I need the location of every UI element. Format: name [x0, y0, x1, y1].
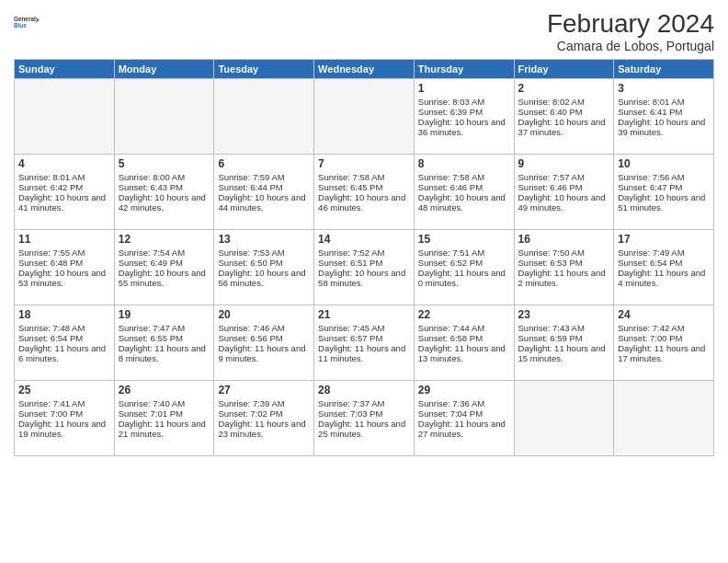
day-info: Sunrise: 7:57 AM [518, 172, 610, 182]
day-cell: 22Sunrise: 7:44 AMSunset: 6:58 PMDayligh… [414, 305, 514, 381]
day-info: Daylight: 10 hours and 39 minutes. [618, 117, 710, 137]
day-info: Daylight: 10 hours and 44 minutes. [218, 192, 310, 213]
day-info: Sunset: 6:50 PM [218, 258, 310, 268]
svg-text:Blue: Blue [14, 22, 27, 29]
day-info: Sunset: 6:58 PM [418, 333, 510, 343]
day-info: Sunset: 6:53 PM [518, 258, 610, 268]
day-info: Sunset: 6:39 PM [418, 107, 510, 117]
day-cell: 7Sunrise: 7:58 AMSunset: 6:45 PMDaylight… [314, 155, 415, 230]
day-info: Sunrise: 7:40 AM [119, 398, 210, 408]
header-cell-thursday: Thursday [414, 60, 514, 79]
day-info: Sunset: 7:04 PM [418, 408, 510, 419]
day-number: 4 [18, 157, 110, 170]
day-info: Daylight: 11 hours and 0 minutes. [418, 268, 510, 288]
day-info: Sunset: 6:59 PM [518, 333, 610, 343]
day-info: Daylight: 11 hours and 13 minutes. [418, 343, 510, 363]
day-number: 5 [119, 157, 210, 170]
main-title: February 2024 [547, 9, 714, 39]
day-number: 25 [18, 384, 110, 396]
day-number: 3 [618, 82, 710, 95]
day-info: Sunrise: 7:58 AM [318, 172, 410, 182]
day-cell: 26Sunrise: 7:40 AMSunset: 7:01 PMDayligh… [114, 381, 214, 456]
day-info: Sunset: 6:46 PM [418, 182, 510, 192]
week-row-1: 1Sunrise: 8:03 AMSunset: 6:39 PMDaylight… [15, 79, 714, 155]
day-info: Sunrise: 7:42 AM [618, 323, 710, 333]
day-info: Sunrise: 8:01 AM [18, 172, 110, 182]
day-cell: 13Sunrise: 7:53 AMSunset: 6:50 PMDayligh… [214, 230, 314, 305]
day-cell: 4Sunrise: 8:01 AMSunset: 6:42 PMDaylight… [15, 155, 115, 230]
day-info: Daylight: 10 hours and 51 minutes. [618, 192, 710, 213]
header-cell-friday: Friday [514, 60, 614, 79]
day-info: Sunrise: 7:43 AM [518, 323, 610, 333]
day-number: 14 [318, 233, 410, 246]
day-cell: 24Sunrise: 7:42 AMSunset: 7:00 PMDayligh… [614, 305, 714, 381]
day-info: Daylight: 11 hours and 9 minutes. [218, 343, 310, 363]
day-info: Sunrise: 7:44 AM [418, 323, 510, 333]
week-row-5: 25Sunrise: 7:41 AMSunset: 7:00 PMDayligh… [15, 381, 714, 456]
day-cell: 23Sunrise: 7:43 AMSunset: 6:59 PMDayligh… [514, 305, 614, 381]
day-info: Sunset: 6:45 PM [318, 182, 410, 192]
day-info: Daylight: 11 hours and 23 minutes. [218, 419, 310, 439]
day-cell: 20Sunrise: 7:46 AMSunset: 6:56 PMDayligh… [214, 305, 314, 381]
day-cell: 12Sunrise: 7:54 AMSunset: 6:49 PMDayligh… [114, 230, 214, 305]
day-info: Daylight: 10 hours and 53 minutes. [18, 268, 110, 288]
day-number: 20 [218, 308, 310, 321]
day-number: 15 [418, 233, 510, 246]
day-number: 27 [218, 384, 310, 396]
day-info: Sunset: 6:52 PM [418, 258, 510, 268]
day-number: 21 [318, 308, 410, 321]
day-info: Daylight: 10 hours and 48 minutes. [418, 192, 510, 213]
day-info: Sunset: 6:48 PM [18, 258, 110, 268]
day-info: Sunrise: 7:52 AM [318, 247, 410, 258]
day-info: Daylight: 11 hours and 2 minutes. [518, 268, 610, 288]
day-info: Sunrise: 7:48 AM [18, 323, 110, 333]
day-number: 7 [318, 157, 410, 170]
svg-marker-2 [35, 17, 40, 24]
day-info: Sunrise: 7:37 AM [318, 398, 410, 408]
day-info: Daylight: 10 hours and 37 minutes. [518, 117, 610, 137]
day-info: Sunset: 6:56 PM [218, 333, 310, 343]
day-cell: 11Sunrise: 7:55 AMSunset: 6:48 PMDayligh… [15, 230, 115, 305]
day-number: 29 [418, 384, 510, 396]
day-info: Sunrise: 7:49 AM [618, 247, 710, 258]
day-info: Sunset: 6:54 PM [18, 333, 110, 343]
day-info: Daylight: 10 hours and 36 minutes. [418, 117, 510, 137]
logo-icon: GeneralBlue [14, 9, 41, 37]
day-info: Daylight: 10 hours and 46 minutes. [318, 192, 410, 213]
day-cell: 5Sunrise: 8:00 AMSunset: 6:43 PMDaylight… [114, 155, 214, 230]
day-cell: 28Sunrise: 7:37 AMSunset: 7:03 PMDayligh… [314, 381, 415, 456]
day-info: Sunrise: 7:41 AM [18, 398, 110, 408]
day-info: Sunrise: 7:36 AM [418, 398, 510, 408]
day-info: Daylight: 11 hours and 21 minutes. [119, 419, 210, 439]
day-cell [314, 79, 415, 155]
day-info: Sunrise: 7:47 AM [119, 323, 210, 333]
day-info: Daylight: 11 hours and 17 minutes. [618, 343, 710, 363]
day-cell: 18Sunrise: 7:48 AMSunset: 6:54 PMDayligh… [15, 305, 115, 381]
day-info: Sunrise: 7:39 AM [218, 398, 310, 408]
day-info: Sunset: 6:41 PM [618, 107, 710, 117]
day-info: Sunset: 6:51 PM [318, 258, 410, 268]
header: GeneralBlue February 2024 Camara de Lobo… [14, 9, 714, 53]
day-cell [114, 79, 214, 155]
day-cell: 19Sunrise: 7:47 AMSunset: 6:55 PMDayligh… [114, 305, 214, 381]
day-info: Sunrise: 8:02 AM [518, 97, 610, 107]
day-info: Sunrise: 7:58 AM [418, 172, 510, 182]
day-info: Sunset: 7:01 PM [119, 408, 210, 419]
day-cell: 9Sunrise: 7:57 AMSunset: 6:46 PMDaylight… [514, 155, 614, 230]
day-number: 16 [518, 233, 610, 246]
day-info: Sunrise: 7:56 AM [618, 172, 710, 182]
day-number: 26 [119, 384, 210, 396]
day-info: Daylight: 10 hours and 58 minutes. [318, 268, 410, 288]
svg-text:General: General [14, 16, 36, 22]
day-cell: 1Sunrise: 8:03 AMSunset: 6:39 PMDaylight… [414, 79, 514, 155]
day-info: Sunset: 6:44 PM [218, 182, 310, 192]
day-info: Daylight: 11 hours and 19 minutes. [18, 419, 110, 439]
header-cell-wednesday: Wednesday [314, 60, 415, 79]
day-info: Sunrise: 7:50 AM [518, 247, 610, 258]
day-cell: 3Sunrise: 8:01 AMSunset: 6:41 PMDaylight… [614, 79, 714, 155]
day-number: 19 [119, 308, 210, 321]
header-cell-tuesday: Tuesday [214, 60, 314, 79]
day-info: Sunrise: 7:54 AM [119, 247, 210, 258]
day-number: 28 [318, 384, 410, 396]
day-cell: 10Sunrise: 7:56 AMSunset: 6:47 PMDayligh… [614, 155, 714, 230]
